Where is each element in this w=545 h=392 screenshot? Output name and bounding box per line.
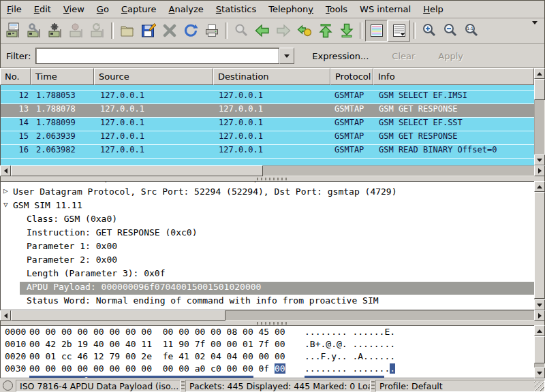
filter-input[interactable] — [35, 48, 279, 64]
details-vscrollbar[interactable] — [534, 181, 545, 310]
wireshark-window: { "menu": { "items": [ {"pre":"","mn":"F… — [0, 0, 545, 392]
expert-info-icon[interactable] — [3, 380, 13, 391]
bytes-vscrollbar[interactable] — [534, 325, 545, 378]
menu-capture[interactable]: Capture — [115, 1, 163, 17]
capture-stop-icon[interactable] — [66, 20, 87, 41]
detail-line[interactable]: Status Word: Normal ending of command wi… — [1, 295, 534, 309]
expander-collapsed-icon[interactable]: ▷ — [3, 186, 8, 195]
reload-icon[interactable] — [180, 20, 201, 41]
capture-start-icon[interactable] — [45, 20, 66, 41]
zoom-original-icon[interactable]: 1:1 — [461, 20, 482, 41]
detail-line[interactable]: Instruction: GET RESPONSE (0xc0) — [1, 227, 534, 241]
menu-go[interactable]: Go — [91, 1, 115, 17]
detail-line[interactable]: ▽GSM SIM 11.11 — [1, 200, 534, 214]
scroll-right-button[interactable] — [534, 310, 545, 321]
statusbar-grip[interactable] — [181, 381, 185, 391]
packet-row[interactable]: 11 1.788031 127.0.0.1 127.0.0.1 GSMTAP G… — [1, 85, 534, 91]
hex-row[interactable]: 003000 00 00 00 00 00 00 00 00 00 a0 c0 … — [1, 363, 534, 376]
menu-tools[interactable]: Tools — [320, 1, 354, 17]
pane-splitter[interactable] — [0, 321, 545, 325]
filter-dropdown-button[interactable] — [279, 48, 294, 64]
scroll-thumb[interactable] — [11, 165, 263, 176]
capture-options-icon[interactable] — [24, 20, 45, 41]
detail-line[interactable]: Internet Protocol, Src: 127.0.0.1 (127.0… — [1, 181, 534, 186]
scroll-thumb[interactable] — [11, 310, 225, 321]
hex-row[interactable]: 002000 01 cc 46 12 79 00 2e fe 41 02 04 … — [1, 351, 534, 363]
packet-row-partial[interactable] — [1, 159, 534, 165]
scroll-left-button[interactable] — [0, 310, 11, 321]
zoom-out-icon[interactable] — [439, 20, 461, 41]
packet-row[interactable]: 15 2.063939 127.0.0.1 127.0.0.1 GSMTAP G… — [1, 131, 534, 145]
zoom-in-icon[interactable] — [418, 20, 439, 41]
open-file-icon[interactable] — [116, 20, 138, 41]
menu-bar: File Edit View Go Capture Analyze Statis… — [1, 0, 544, 18]
column-header-no[interactable]: No. — [0, 68, 31, 85]
column-header-time[interactable]: Time — [31, 68, 94, 85]
column-header-info[interactable]: Info — [373, 68, 534, 85]
detail-line[interactable]: Class: GSM (0xa0) — [1, 214, 534, 227]
detail-line[interactable]: ▷User Datagram Protocol, Src Port: 52294… — [1, 186, 534, 200]
hex-row[interactable]: 000000 00 00 00 00 00 00 00 00 00 00 00 … — [1, 327, 534, 339]
packet-row-selected[interactable]: 13 1.788078 127.0.0.1 127.0.0.1 GSMTAP G… — [1, 104, 534, 118]
detail-line-selected[interactable]: APDU Payload: 000000096f0704001500150102… — [1, 282, 534, 295]
expander-expanded-icon[interactable]: ▽ — [3, 200, 8, 209]
column-header-source[interactable]: Source — [94, 68, 213, 85]
find-packet-icon[interactable] — [230, 20, 251, 41]
detail-line[interactable]: Parameter 1: 0x00 — [1, 241, 534, 255]
scroll-down-button[interactable] — [534, 299, 545, 310]
packet-list-hscrollbar[interactable] — [0, 165, 545, 176]
scroll-down-button[interactable] — [534, 154, 545, 165]
scroll-left-button[interactable] — [0, 165, 11, 176]
detail-line[interactable]: Parameter 2: 0x00 — [1, 255, 534, 268]
list-interfaces-icon[interactable] — [3, 20, 24, 41]
window-resize-grip[interactable] — [534, 381, 544, 391]
packet-row[interactable]: 16 2.063982 127.0.0.1 127.0.0.1 GSMTAP G… — [1, 145, 534, 159]
apply-button[interactable]: Apply — [433, 49, 469, 63]
colorize-icon[interactable] — [365, 20, 388, 42]
auto-scroll-icon[interactable] — [388, 20, 410, 42]
status-profile[interactable]: Profile: Default — [375, 380, 545, 392]
details-hscrollbar[interactable] — [0, 310, 545, 321]
packet-row[interactable]: 12 1.788053 127.0.0.1 127.0.0.1 GSMTAP G… — [1, 91, 534, 104]
clear-button[interactable]: Clear — [386, 49, 420, 63]
go-back-icon[interactable] — [251, 20, 272, 41]
detail-line[interactable]: Length (Parameter 3): 0x0f — [1, 268, 534, 282]
column-header-protocol[interactable]: Protocol — [330, 68, 373, 85]
hex-row[interactable]: 001000 42 2b 19 40 00 40 11 11 90 7f 00 … — [1, 339, 534, 351]
packet-row[interactable]: 14 1.788099 127.0.0.1 127.0.0.1 GSMTAP G… — [1, 118, 534, 131]
column-header-destination[interactable]: Destination — [213, 68, 330, 85]
pane-splitter[interactable] — [0, 176, 545, 181]
toolbar-overflow-caret-icon[interactable] — [532, 24, 538, 37]
scroll-thumb[interactable] — [534, 336, 545, 363]
print-icon[interactable] — [201, 20, 222, 41]
menu-analyze[interactable]: Analyze — [163, 1, 210, 17]
menu-ws-internal[interactable]: WS internal — [354, 1, 417, 17]
menu-edit[interactable]: Edit — [28, 1, 57, 17]
go-to-bottom-icon[interactable] — [336, 20, 357, 41]
menu-file[interactable]: File — [1, 1, 28, 17]
close-capture-icon[interactable] — [159, 20, 180, 41]
go-to-packet-icon[interactable] — [294, 20, 315, 41]
scroll-down-button[interactable] — [534, 368, 545, 378]
scroll-up-button[interactable] — [534, 68, 545, 79]
menu-view[interactable]: View — [57, 1, 91, 17]
go-forward-icon[interactable] — [272, 20, 294, 41]
scroll-thumb[interactable] — [534, 79, 545, 100]
save-file-icon[interactable] — [138, 20, 159, 41]
go-to-top-icon[interactable] — [315, 20, 336, 41]
scroll-up-button[interactable] — [534, 181, 545, 192]
scroll-up-button[interactable] — [534, 325, 545, 336]
scroll-right-button[interactable] — [534, 165, 545, 176]
toolbar-separator — [225, 22, 228, 39]
menu-statistics[interactable]: Statistics — [210, 1, 262, 17]
statusbar-grip[interactable] — [371, 381, 375, 391]
expression-button[interactable]: Expression... — [307, 49, 374, 63]
packet-details-pane: Internet Protocol, Src: 127.0.0.1 (127.0… — [0, 181, 534, 310]
menu-telephony[interactable]: Telephony — [262, 1, 320, 17]
menu-help[interactable]: Help — [417, 1, 450, 17]
selected-ascii[interactable]: . — [390, 363, 395, 374]
packet-list-vscrollbar[interactable] — [534, 68, 545, 165]
capture-restart-icon[interactable] — [87, 20, 108, 41]
selected-byte[interactable]: 00 — [275, 363, 285, 374]
scroll-thumb[interactable] — [534, 192, 545, 299]
